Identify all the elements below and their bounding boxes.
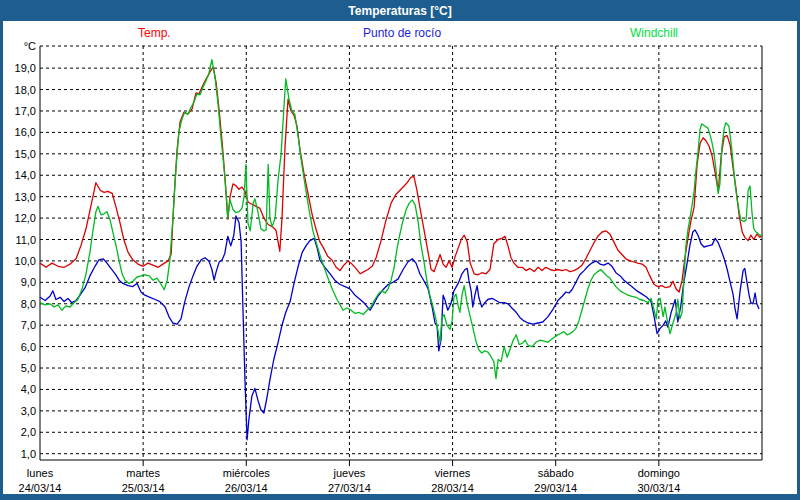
svg-text:8,0: 8,0 [21, 298, 36, 310]
svg-text:viernes: viernes [435, 467, 471, 479]
svg-text:29/03/14: 29/03/14 [534, 482, 577, 494]
svg-text:6,0: 6,0 [21, 341, 36, 353]
svg-text:16,0: 16,0 [15, 126, 36, 138]
title-bar: Temperaturas [°C] [0, 0, 800, 21]
svg-text:jueves: jueves [333, 467, 366, 479]
svg-text:26/03/14: 26/03/14 [225, 482, 268, 494]
chart-panel: Temp. Punto de rocío Windchill 19,018,01… [3, 21, 797, 494]
svg-text:domingo: domingo [638, 467, 680, 479]
svg-text:27/03/14: 27/03/14 [328, 482, 371, 494]
svg-text:3,0: 3,0 [21, 405, 36, 417]
app-window: Temperaturas [°C] Temp. Punto de rocío W… [0, 0, 800, 500]
svg-text:11,0: 11,0 [15, 234, 36, 246]
svg-text:10,0: 10,0 [15, 255, 36, 267]
svg-text:5,0: 5,0 [21, 362, 36, 374]
svg-text:24/03/14: 24/03/14 [19, 482, 62, 494]
svg-text:4,0: 4,0 [21, 383, 36, 395]
svg-text:sábado: sábado [538, 467, 574, 479]
svg-text:19,0: 19,0 [15, 62, 36, 74]
svg-text:14,0: 14,0 [15, 169, 36, 181]
window-title: Temperaturas [°C] [348, 4, 451, 18]
svg-text:2,0: 2,0 [21, 426, 36, 438]
svg-text:7,0: 7,0 [21, 319, 36, 331]
svg-text:°C: °C [24, 40, 36, 52]
svg-text:25/03/14: 25/03/14 [122, 482, 165, 494]
svg-text:miércoles: miércoles [223, 467, 271, 479]
temperature-line-chart: 19,018,017,016,015,014,013,012,011,010,0… [3, 21, 797, 494]
svg-text:martes: martes [126, 467, 160, 479]
svg-text:13,0: 13,0 [15, 191, 36, 203]
svg-text:30/03/14: 30/03/14 [637, 482, 680, 494]
svg-text:9,0: 9,0 [21, 276, 36, 288]
svg-text:17,0: 17,0 [15, 105, 36, 117]
svg-text:1,0: 1,0 [21, 448, 36, 460]
svg-text:lunes: lunes [27, 467, 54, 479]
svg-text:15,0: 15,0 [15, 148, 36, 160]
svg-text:28/03/14: 28/03/14 [431, 482, 474, 494]
svg-text:12,0: 12,0 [15, 212, 36, 224]
svg-text:18,0: 18,0 [15, 84, 36, 96]
